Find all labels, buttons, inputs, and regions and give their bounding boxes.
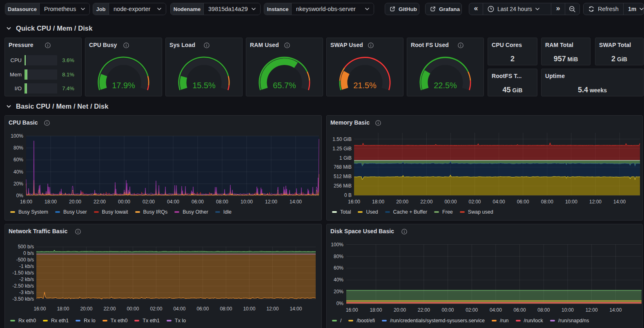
svg-text:100%: 100% [11, 133, 23, 139]
svg-text:1.25 GiB: 1.25 GiB [332, 146, 352, 152]
svg-text:18:00: 18:00 [57, 306, 69, 312]
svg-text:-3 kb/s: -3 kb/s [19, 290, 34, 295]
svg-text:02:00: 02:00 [466, 307, 478, 313]
svg-text:02:00: 02:00 [143, 199, 155, 205]
svg-text:60%: 60% [334, 265, 343, 271]
svg-text:40%: 40% [13, 169, 23, 175]
svg-text:22:00: 22:00 [94, 199, 106, 205]
svg-text:08:00: 08:00 [541, 199, 553, 205]
svg-text:20:00: 20:00 [394, 307, 406, 313]
svg-text:17.9%: 17.9% [112, 81, 135, 90]
svg-text:80%: 80% [13, 145, 23, 151]
svg-text:0 b/s: 0 b/s [23, 250, 34, 256]
svg-text:16:00: 16:00 [346, 307, 358, 313]
svg-text:08:00: 08:00 [220, 306, 232, 312]
svg-text:20:00: 20:00 [69, 199, 81, 205]
svg-text:500 b/s: 500 b/s [18, 244, 34, 250]
svg-text:08:00: 08:00 [216, 199, 228, 205]
svg-text:1 GiB: 1 GiB [339, 155, 352, 161]
svg-text:06:00: 06:00 [514, 307, 526, 313]
svg-text:80%: 80% [334, 254, 343, 259]
svg-text:20:00: 20:00 [396, 199, 408, 205]
svg-text:10:00: 10:00 [241, 199, 253, 205]
svg-text:10:00: 10:00 [565, 199, 577, 205]
svg-text:00:00: 00:00 [118, 199, 130, 205]
svg-text:16:00: 16:00 [348, 199, 360, 205]
svg-text:0 B: 0 B [344, 192, 352, 198]
svg-text:-2.50 kb/s: -2.50 kb/s [12, 283, 34, 289]
svg-text:18:00: 18:00 [45, 199, 57, 205]
svg-text:768 MiB: 768 MiB [334, 164, 352, 170]
svg-text:256 MiB: 256 MiB [334, 183, 352, 189]
svg-text:0%: 0% [16, 193, 24, 199]
svg-text:512 MiB: 512 MiB [334, 174, 352, 179]
svg-text:20:00: 20:00 [80, 306, 92, 312]
svg-text:16:00: 16:00 [33, 306, 46, 312]
svg-text:22.5%: 22.5% [434, 81, 457, 90]
svg-text:14:00: 14:00 [290, 306, 302, 312]
svg-text:18:00: 18:00 [370, 307, 382, 313]
svg-text:14:00: 14:00 [609, 307, 622, 313]
svg-text:00:00: 00:00 [441, 307, 454, 313]
svg-text:04:00: 04:00 [493, 199, 505, 205]
svg-text:02:00: 02:00 [468, 199, 481, 205]
svg-text:-500 b/s: -500 b/s [16, 257, 34, 263]
svg-text:0%: 0% [336, 301, 344, 306]
svg-text:06:00: 06:00 [196, 306, 209, 312]
svg-text:60%: 60% [13, 157, 23, 163]
svg-text:10:00: 10:00 [243, 306, 255, 312]
svg-text:65.7%: 65.7% [273, 81, 296, 90]
svg-text:-1 kb/s: -1 kb/s [19, 263, 34, 269]
svg-text:20%: 20% [13, 181, 23, 187]
svg-text:20%: 20% [334, 289, 343, 295]
svg-text:1.50 GiB: 1.50 GiB [332, 136, 352, 142]
svg-text:02:00: 02:00 [150, 306, 162, 312]
svg-text:12:00: 12:00 [265, 199, 277, 205]
svg-text:-3.50 kb/s: -3.50 kb/s [12, 296, 34, 302]
svg-text:-1.50 kb/s: -1.50 kb/s [12, 270, 34, 276]
svg-text:12:00: 12:00 [589, 199, 602, 205]
svg-text:06:00: 06:00 [192, 199, 204, 205]
svg-text:-2 kb/s: -2 kb/s [19, 277, 34, 282]
svg-text:100%: 100% [331, 242, 343, 248]
svg-text:18:00: 18:00 [372, 199, 384, 205]
svg-text:21.5%: 21.5% [353, 81, 377, 90]
svg-text:22:00: 22:00 [418, 307, 430, 313]
svg-text:14:00: 14:00 [613, 199, 626, 205]
svg-text:12:00: 12:00 [266, 306, 279, 312]
svg-text:04:00: 04:00 [167, 199, 179, 205]
svg-text:12:00: 12:00 [586, 307, 598, 313]
svg-text:08:00: 08:00 [537, 307, 550, 313]
svg-text:40%: 40% [334, 277, 343, 283]
svg-text:16:00: 16:00 [20, 199, 32, 205]
svg-text:04:00: 04:00 [490, 307, 502, 313]
svg-text:15.5%: 15.5% [192, 81, 216, 90]
svg-text:14:00: 14:00 [290, 199, 302, 205]
svg-text:00:00: 00:00 [127, 306, 139, 312]
svg-text:22:00: 22:00 [420, 199, 432, 205]
svg-text:10:00: 10:00 [562, 307, 574, 313]
svg-text:22:00: 22:00 [103, 306, 116, 312]
svg-text:06:00: 06:00 [517, 199, 529, 205]
svg-text:00:00: 00:00 [444, 199, 457, 205]
svg-text:04:00: 04:00 [173, 306, 185, 312]
